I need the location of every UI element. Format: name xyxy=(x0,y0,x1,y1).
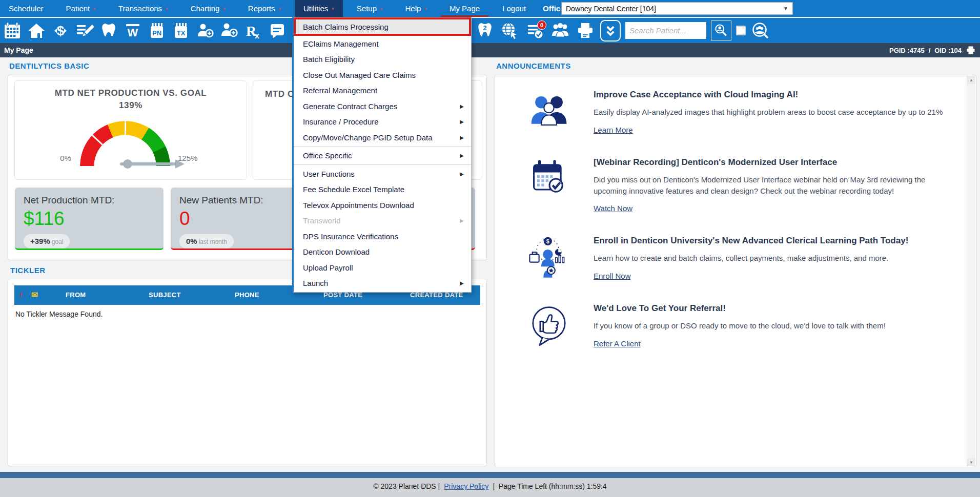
nav-reports[interactable]: Reports▾ xyxy=(239,0,290,17)
nav-patient[interactable]: Patient▾ xyxy=(57,0,105,17)
nav-logout[interactable]: Logout xyxy=(494,0,535,17)
submenu-arrow-icon: ▶ xyxy=(460,171,464,177)
footer-separator-bar xyxy=(0,472,980,478)
patients-icon[interactable] xyxy=(550,20,570,42)
add-patient-icon[interactable] xyxy=(195,20,215,42)
menu-item-televox-appointments-download[interactable]: Televox Appointments Download xyxy=(294,197,471,213)
scroll-up-icon[interactable]: ▲ xyxy=(967,76,975,84)
menu-item-office-specific[interactable]: Office Specific▶ xyxy=(294,148,471,164)
menu-item-referral-management[interactable]: Referral Management xyxy=(294,83,471,99)
dentilytics-section-title: DENTILYTICS BASIC xyxy=(9,61,89,70)
nav-utilities[interactable]: Utilities▾ xyxy=(295,0,343,17)
chevron-down-icon: ▾ xyxy=(380,6,383,11)
menu-item-denticon-download[interactable]: Denticon Download xyxy=(294,244,471,260)
add-appointment-icon[interactable] xyxy=(219,20,239,42)
announcement-body: Easily display AI-analyzed images that h… xyxy=(594,107,952,118)
nav-setup[interactable]: Setup▾ xyxy=(348,0,392,17)
announcement-title: Enroll in Denticon University's New Adva… xyxy=(594,236,952,246)
home-icon[interactable] xyxy=(26,20,47,42)
announcement-item: [Webinar Recording] Denticon's Modernize… xyxy=(523,157,957,214)
web-claims-icon[interactable] xyxy=(500,20,520,42)
announcements-panel: Improve Case Acceptance with Cloud Imagi… xyxy=(495,75,976,467)
nav-scheduler[interactable]: Scheduler xyxy=(0,0,52,17)
collapse-toolbar-icon[interactable] xyxy=(600,20,621,42)
tooth-chart-icon[interactable] xyxy=(98,20,119,42)
notes-icon[interactable] xyxy=(267,20,288,42)
announcement-link[interactable]: Refer A Client xyxy=(594,339,641,348)
menu-item-upload-payroll[interactable]: Upload Payroll xyxy=(294,260,471,276)
menu-item-user-functions[interactable]: User Functions▶ xyxy=(294,166,471,182)
prescriptions-icon[interactable]: R x xyxy=(243,20,263,42)
search-input[interactable] xyxy=(625,22,706,39)
print-icon[interactable] xyxy=(575,20,596,42)
announcement-link[interactable]: Learn More xyxy=(594,126,633,134)
calendar-check-icon xyxy=(523,157,575,214)
chevron-down-icon: ▾ xyxy=(223,6,226,11)
toolbar-right-group: 2 0 xyxy=(475,18,771,43)
menu-item-insurance-procedure[interactable]: Insurance / Procedure▶ xyxy=(294,114,471,130)
menu-item-generate-contract-charges[interactable]: Generate Contract Charges▶ xyxy=(294,98,471,114)
nav-help[interactable]: Help▾ xyxy=(397,0,436,17)
tickler-col-phone[interactable]: PHONE xyxy=(235,291,259,299)
calendar-icon[interactable] xyxy=(2,20,23,42)
payments-icon[interactable]: $ xyxy=(50,20,71,42)
tickler-alert-column[interactable]: ! xyxy=(20,291,23,299)
menu-separator xyxy=(294,164,471,165)
svg-text:2: 2 xyxy=(483,24,486,32)
nav-my-page[interactable]: My Page xyxy=(441,0,488,17)
chevron-down-icon: ▾ xyxy=(332,6,334,11)
gauge2-title-partial: MTD C xyxy=(265,89,294,99)
patient-search-icon[interactable] xyxy=(711,20,731,40)
gauge-needle-tip xyxy=(175,159,185,169)
tasks-badge: 0 xyxy=(537,20,546,30)
oid-value: OID :104 xyxy=(934,47,962,54)
kpi-card-net-production: Net Production MTD: $116 +39%goal xyxy=(15,188,164,250)
progress-notes-icon[interactable]: PN xyxy=(147,20,167,42)
announcements-scrollbar[interactable]: ▲ ▼ xyxy=(967,76,975,466)
menu-item-close-out-managed-care-claims[interactable]: Close Out Managed Care Claims xyxy=(294,67,471,83)
edit-claims-icon[interactable] xyxy=(74,20,95,42)
announcement-item: We'd Love To Get Your Referral! If you k… xyxy=(523,303,957,348)
menu-item-copy-move-change-pgid[interactable]: Copy/Move/Change PGID Setup Data▶ xyxy=(294,130,471,146)
nav-transactions[interactable]: Transactions▾ xyxy=(110,0,177,17)
people-group-icon xyxy=(523,90,575,135)
svg-text:W: W xyxy=(128,26,138,39)
announcement-title: Improve Case Acceptance with Cloud Imagi… xyxy=(594,90,952,100)
treatment-plan-icon[interactable]: TX xyxy=(171,20,191,42)
nav-charting[interactable]: Charting▾ xyxy=(182,0,234,17)
gauge-card-production: MTD NET PRODUCTION VS. GOAL 139% 0% 125% xyxy=(14,80,247,180)
office-dropdown[interactable]: Downey Dental Center [104] ▼ xyxy=(561,2,793,15)
announcement-body: Did you miss out on Denticon's Modernize… xyxy=(594,174,952,197)
menu-item-fee-schedule-excel-template[interactable]: Fee Schedule Excel Template xyxy=(294,182,471,198)
submenu-arrow-icon: ▶ xyxy=(460,280,464,286)
pgid-oid-separator: / xyxy=(929,47,931,54)
primary-tooth-icon[interactable]: 2 xyxy=(475,20,495,42)
scroll-down-icon[interactable]: ▼ xyxy=(967,458,975,466)
menu-item-dps-insurance-verifications[interactable]: DPS Insurance Verifications xyxy=(294,229,471,244)
chevron-down-icon: ▾ xyxy=(278,6,281,11)
menu-item-batch-eligibility[interactable]: Batch Eligibility xyxy=(294,52,471,68)
announcement-link[interactable]: Enroll Now xyxy=(594,272,631,280)
announcement-body: If you know of a group or DSO ready to m… xyxy=(594,320,952,332)
menu-item-batch-claims-processing[interactable]: Batch Claims Processing xyxy=(294,17,471,36)
print-page-icon[interactable] xyxy=(966,46,976,55)
menu-item-transworld: Transworld▶ xyxy=(294,213,471,229)
envelope-icon[interactable]: ✉ xyxy=(31,290,38,300)
privacy-policy-link[interactable]: Privacy Policy xyxy=(444,482,488,490)
submenu-arrow-icon: ▶ xyxy=(460,135,464,140)
announcement-item: $ Enroll in Denticon University's New Ad… xyxy=(523,236,957,281)
menu-item-eclaims-management[interactable]: EClaims Management xyxy=(294,36,471,52)
tickler-col-from[interactable]: FROM xyxy=(66,291,86,299)
menu-item-launch[interactable]: Launch▶ xyxy=(294,276,471,292)
svg-text:$: $ xyxy=(57,23,65,38)
search-option-checkbox[interactable] xyxy=(736,26,746,35)
gauge-title: MTD NET PRODUCTION VS. GOAL xyxy=(15,88,247,98)
tasks-icon[interactable]: 0 xyxy=(525,20,545,42)
thumbs-up-icon xyxy=(523,303,575,348)
announcement-link[interactable]: Watch Now xyxy=(594,204,632,213)
advanced-search-icon[interactable] xyxy=(750,20,771,42)
announcement-title: [Webinar Recording] Denticon's Modernize… xyxy=(594,157,952,168)
perio-chart-icon[interactable]: W xyxy=(122,20,143,42)
tickler-col-subject[interactable]: SUBJECT xyxy=(149,291,181,299)
toolbar-left-group: $ W PN TX xyxy=(0,20,336,42)
